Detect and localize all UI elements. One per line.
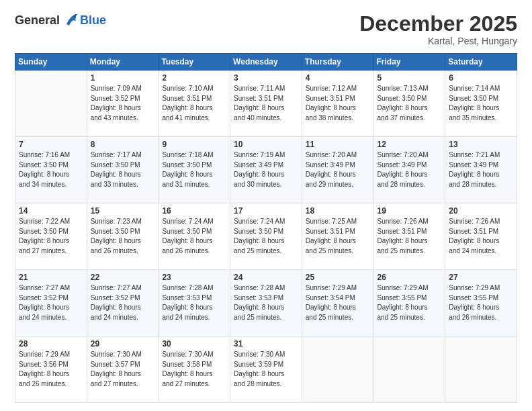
day-number: 12 [378,140,442,149]
calendar-day: 4Sunrise: 7:12 AM Sunset: 3:51 PM Daylig… [302,71,373,137]
calendar-day: 18Sunrise: 7:25 AM Sunset: 3:51 PM Dayli… [302,203,373,270]
day-number: 16 [162,206,226,216]
calendar-table: SundayMondayTuesdayWednesdayThursdayFrid… [15,53,517,403]
month-title: December 2025 [359,12,517,36]
calendar-empty [15,71,87,137]
weekday-header: Thursday [302,54,373,71]
day-number: 30 [162,339,226,349]
calendar-day: 23Sunrise: 7:28 AM Sunset: 3:53 PM Dayli… [159,270,230,336]
day-info: Sunrise: 7:28 AM Sunset: 3:53 PM Dayligh… [234,283,298,322]
day-number: 5 [378,73,442,83]
day-info: Sunrise: 7:30 AM Sunset: 3:58 PM Dayligh… [162,350,226,389]
weekday-header: Tuesday [159,54,230,71]
calendar-day: 7Sunrise: 7:16 AM Sunset: 3:50 PM Daylig… [15,137,87,203]
header: General Blue December 2025 Kartal, Pest,… [15,12,517,46]
day-info: Sunrise: 7:22 AM Sunset: 3:50 PM Dayligh… [19,217,83,256]
day-number: 23 [162,273,226,282]
calendar-day: 21Sunrise: 7:27 AM Sunset: 3:52 PM Dayli… [15,270,87,336]
day-info: Sunrise: 7:10 AM Sunset: 3:51 PM Dayligh… [162,84,226,123]
day-number: 3 [234,73,298,83]
calendar-day: 17Sunrise: 7:24 AM Sunset: 3:50 PM Dayli… [230,203,302,270]
day-number: 25 [306,273,370,282]
day-info: Sunrise: 7:11 AM Sunset: 3:51 PM Dayligh… [234,84,298,123]
calendar-day: 8Sunrise: 7:17 AM Sunset: 3:50 PM Daylig… [87,137,159,203]
calendar-day: 14Sunrise: 7:22 AM Sunset: 3:50 PM Dayli… [15,203,87,270]
day-number: 29 [91,339,155,349]
day-info: Sunrise: 7:23 AM Sunset: 3:50 PM Dayligh… [91,217,155,256]
calendar-empty [445,336,517,403]
calendar-day: 20Sunrise: 7:26 AM Sunset: 3:51 PM Dayli… [445,203,517,270]
day-info: Sunrise: 7:27 AM Sunset: 3:52 PM Dayligh… [91,283,155,322]
calendar-day: 5Sunrise: 7:13 AM Sunset: 3:50 PM Daylig… [373,71,445,137]
day-info: Sunrise: 7:24 AM Sunset: 3:50 PM Dayligh… [162,217,226,256]
day-info: Sunrise: 7:18 AM Sunset: 3:50 PM Dayligh… [162,150,226,189]
logo: General Blue [15,12,106,30]
day-number: 10 [234,140,298,149]
day-number: 24 [234,273,298,282]
day-info: Sunrise: 7:29 AM Sunset: 3:55 PM Dayligh… [378,283,442,322]
day-number: 18 [306,206,370,216]
day-number: 20 [449,206,513,216]
day-info: Sunrise: 7:29 AM Sunset: 3:55 PM Dayligh… [449,283,513,322]
day-number: 14 [19,206,83,216]
calendar-day: 31Sunrise: 7:30 AM Sunset: 3:59 PM Dayli… [230,336,302,403]
day-number: 21 [19,273,83,282]
day-info: Sunrise: 7:28 AM Sunset: 3:53 PM Dayligh… [162,283,226,322]
calendar-day: 16Sunrise: 7:24 AM Sunset: 3:50 PM Dayli… [159,203,230,270]
day-number: 31 [234,339,298,349]
day-info: Sunrise: 7:21 AM Sunset: 3:49 PM Dayligh… [449,150,513,189]
calendar-day: 15Sunrise: 7:23 AM Sunset: 3:50 PM Dayli… [87,203,159,270]
calendar-day: 1Sunrise: 7:09 AM Sunset: 3:52 PM Daylig… [87,71,159,137]
day-info: Sunrise: 7:27 AM Sunset: 3:52 PM Dayligh… [19,283,83,322]
calendar-day: 13Sunrise: 7:21 AM Sunset: 3:49 PM Dayli… [445,137,517,203]
day-number: 26 [378,273,442,282]
day-info: Sunrise: 7:17 AM Sunset: 3:50 PM Dayligh… [91,150,155,189]
day-number: 11 [306,140,370,149]
day-info: Sunrise: 7:16 AM Sunset: 3:50 PM Dayligh… [19,150,83,189]
day-number: 17 [234,206,298,216]
calendar-day: 10Sunrise: 7:19 AM Sunset: 3:49 PM Dayli… [230,137,302,203]
day-info: Sunrise: 7:30 AM Sunset: 3:57 PM Dayligh… [91,350,155,389]
calendar-day: 2Sunrise: 7:10 AM Sunset: 3:51 PM Daylig… [159,71,230,137]
calendar-day: 27Sunrise: 7:29 AM Sunset: 3:55 PM Dayli… [445,270,517,336]
title-block: December 2025 Kartal, Pest, Hungary [359,12,517,46]
location-subtitle: Kartal, Pest, Hungary [359,36,517,46]
calendar-day: 25Sunrise: 7:29 AM Sunset: 3:54 PM Dayli… [302,270,373,336]
day-info: Sunrise: 7:29 AM Sunset: 3:54 PM Dayligh… [306,283,370,322]
logo-bird-icon [61,12,79,30]
day-number: 4 [306,73,370,83]
weekday-header: Wednesday [230,54,302,71]
calendar-empty [302,336,373,403]
day-number: 13 [449,140,513,149]
day-info: Sunrise: 7:26 AM Sunset: 3:51 PM Dayligh… [378,217,442,256]
day-number: 28 [19,339,83,349]
day-number: 2 [162,73,226,83]
calendar-day: 12Sunrise: 7:20 AM Sunset: 3:49 PM Dayli… [373,137,445,203]
day-info: Sunrise: 7:29 AM Sunset: 3:56 PM Dayligh… [19,350,83,389]
day-info: Sunrise: 7:20 AM Sunset: 3:49 PM Dayligh… [378,150,442,189]
calendar-day: 24Sunrise: 7:28 AM Sunset: 3:53 PM Dayli… [230,270,302,336]
day-info: Sunrise: 7:30 AM Sunset: 3:59 PM Dayligh… [234,350,298,389]
day-number: 27 [449,273,513,282]
day-number: 22 [91,273,155,282]
day-number: 1 [91,73,155,83]
day-info: Sunrise: 7:20 AM Sunset: 3:49 PM Dayligh… [306,150,370,189]
calendar-day: 9Sunrise: 7:18 AM Sunset: 3:50 PM Daylig… [159,137,230,203]
day-info: Sunrise: 7:14 AM Sunset: 3:50 PM Dayligh… [449,84,513,123]
calendar-day: 28Sunrise: 7:29 AM Sunset: 3:56 PM Dayli… [15,336,87,403]
calendar-day: 19Sunrise: 7:26 AM Sunset: 3:51 PM Dayli… [373,203,445,270]
weekday-header: Friday [373,54,445,71]
calendar-day: 29Sunrise: 7:30 AM Sunset: 3:57 PM Dayli… [87,336,159,403]
day-number: 7 [19,140,83,149]
day-number: 19 [378,206,442,216]
day-number: 8 [91,140,155,149]
day-info: Sunrise: 7:19 AM Sunset: 3:49 PM Dayligh… [234,150,298,189]
day-number: 15 [91,206,155,216]
calendar-day: 3Sunrise: 7:11 AM Sunset: 3:51 PM Daylig… [230,71,302,137]
day-info: Sunrise: 7:09 AM Sunset: 3:52 PM Dayligh… [91,84,155,123]
calendar-day: 6Sunrise: 7:14 AM Sunset: 3:50 PM Daylig… [445,71,517,137]
day-info: Sunrise: 7:25 AM Sunset: 3:51 PM Dayligh… [306,217,370,256]
weekday-header: Sunday [15,54,87,71]
day-number: 6 [449,73,513,83]
weekday-header: Saturday [445,54,517,71]
